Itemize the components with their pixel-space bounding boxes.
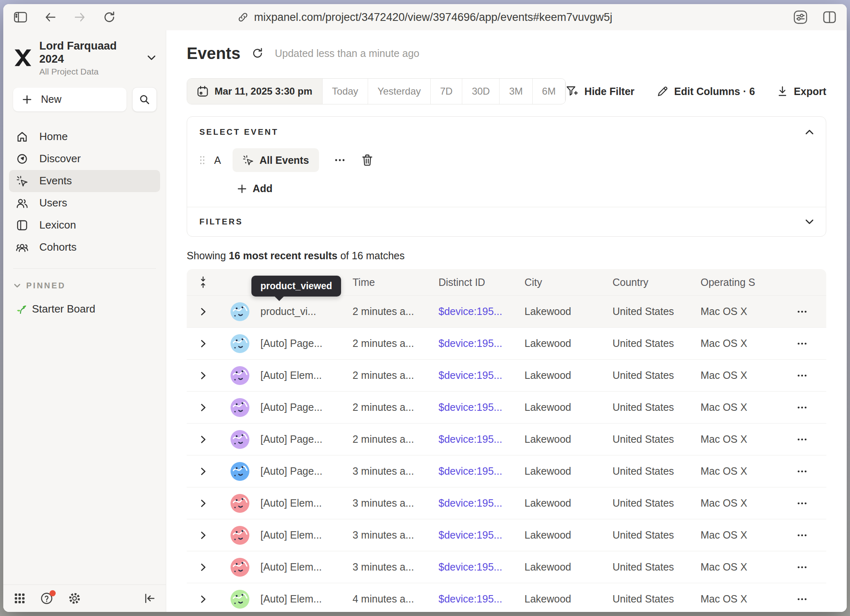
preset-yesterday[interactable]: Yesterday: [368, 79, 430, 104]
ellipsis-icon[interactable]: [335, 159, 345, 162]
expand-row-icon[interactable]: [201, 403, 206, 412]
add-event-button[interactable]: Add: [237, 183, 814, 195]
row-menu-button[interactable]: [797, 470, 807, 473]
column-header-country[interactable]: Country: [613, 276, 701, 288]
event-name-cell[interactable]: product_vi...: [260, 306, 353, 317]
chevron-up-icon[interactable]: [805, 129, 814, 135]
row-menu-button[interactable]: [797, 598, 807, 601]
expand-row-icon[interactable]: [201, 467, 206, 476]
reload-icon[interactable]: [103, 11, 115, 23]
column-header-distinct-id[interactable]: Distinct ID: [439, 276, 524, 288]
event-name-cell[interactable]: [Auto] Elem...: [260, 529, 353, 541]
sidebar-toggle-icon[interactable]: [14, 12, 27, 23]
row-menu-button[interactable]: [797, 342, 807, 345]
event-name-cell[interactable]: [Auto] Elem...: [260, 497, 353, 509]
chevron-down-icon[interactable]: [805, 219, 814, 224]
sidebar-item-starter-board[interactable]: Starter Board: [3, 290, 166, 315]
distinct-id-link[interactable]: $device:195...: [439, 465, 524, 477]
sliders-icon[interactable]: [793, 10, 807, 24]
refresh-icon[interactable]: [252, 48, 263, 59]
pinned-section-toggle[interactable]: PINNED: [3, 269, 166, 290]
sidebar-item-home[interactable]: Home: [9, 126, 160, 148]
split-view-icon[interactable]: [823, 11, 836, 23]
event-name-cell[interactable]: [Auto] Page...: [260, 433, 353, 445]
column-header-city[interactable]: City: [524, 276, 613, 288]
grid-icon[interactable]: [14, 593, 25, 604]
preset-7d[interactable]: 7D: [430, 79, 462, 104]
os-cell: Mac OS X: [701, 465, 784, 477]
table-row[interactable]: [Auto] Elem... 3 minutes a... $device:19…: [187, 487, 826, 519]
distinct-id-link[interactable]: $device:195...: [439, 529, 524, 541]
updated-status: Updated less than a minute ago: [275, 48, 419, 59]
row-menu-button[interactable]: [797, 502, 807, 505]
edit-columns-button[interactable]: Edit Columns · 6: [657, 86, 755, 97]
sidebar-item-lexicon[interactable]: Lexicon: [9, 214, 160, 236]
row-menu-button[interactable]: [797, 310, 807, 313]
sidebar-item-events[interactable]: Events: [9, 170, 160, 192]
sidebar-item-discover[interactable]: Discover: [9, 148, 160, 170]
collapse-rows-icon[interactable]: [199, 276, 207, 288]
expand-row-icon[interactable]: [201, 340, 206, 348]
table-row[interactable]: [Auto] Page... 3 minutes a... $device:19…: [187, 455, 826, 487]
row-menu-button[interactable]: [797, 406, 807, 409]
event-name-cell[interactable]: [Auto] Elem...: [260, 593, 353, 605]
new-button[interactable]: New: [13, 88, 127, 111]
distinct-id-link[interactable]: $device:195...: [439, 561, 524, 573]
expand-row-icon[interactable]: [201, 371, 206, 380]
preset-6m[interactable]: 6M: [532, 79, 565, 104]
os-cell: Mac OS X: [701, 593, 784, 605]
help-icon[interactable]: [40, 592, 53, 605]
distinct-id-link[interactable]: $device:195...: [439, 433, 524, 445]
hide-filter-button[interactable]: Hide Filter: [566, 85, 634, 97]
distinct-id-link[interactable]: $device:195...: [439, 337, 524, 349]
event-name-cell[interactable]: [Auto] Page...: [260, 465, 353, 477]
expand-row-icon[interactable]: [201, 435, 206, 444]
preset-today[interactable]: Today: [322, 79, 368, 104]
column-header-os[interactable]: Operating S: [701, 276, 784, 288]
expand-row-icon[interactable]: [201, 595, 206, 603]
distinct-id-link[interactable]: $device:195...: [439, 369, 524, 381]
table-row[interactable]: [Auto] Page... 2 minutes a... $device:19…: [187, 423, 826, 455]
table-row[interactable]: [Auto] Page... 2 minutes a... $device:19…: [187, 391, 826, 423]
distinct-id-link[interactable]: $device:195...: [439, 306, 524, 317]
collapse-left-icon[interactable]: [144, 593, 155, 604]
table-row[interactable]: [Auto] Page... 2 minutes a... $device:19…: [187, 327, 826, 359]
back-icon[interactable]: [44, 12, 57, 23]
event-selector-chip[interactable]: All Events: [233, 148, 319, 172]
city-cell: Lakewood: [524, 401, 613, 413]
search-button[interactable]: [132, 87, 157, 112]
address-bar[interactable]: mixpanel.com/project/3472420/view/397469…: [237, 4, 612, 30]
drag-handle-icon[interactable]: [199, 155, 205, 165]
trash-icon[interactable]: [362, 154, 373, 166]
event-name-cell[interactable]: [Auto] Page...: [260, 401, 353, 413]
row-menu-button[interactable]: [797, 534, 807, 537]
preset-3m[interactable]: 3M: [499, 79, 532, 104]
date-picker-button[interactable]: Mar 11, 2025 3:30 pm: [187, 79, 322, 104]
expand-row-icon[interactable]: [201, 563, 206, 571]
row-menu-button[interactable]: [797, 438, 807, 441]
distinct-id-link[interactable]: $device:195...: [439, 593, 524, 605]
distinct-id-link[interactable]: $device:195...: [439, 497, 524, 509]
sidebar-item-cohorts[interactable]: Cohorts: [9, 236, 160, 258]
table-row[interactable]: [Auto] Elem... 3 minutes a... $device:19…: [187, 519, 826, 551]
event-name-cell[interactable]: [Auto] Elem...: [260, 369, 353, 381]
event-name-cell[interactable]: [Auto] Page...: [260, 337, 353, 349]
country-cell: United States: [613, 337, 701, 349]
workspace-switcher[interactable]: Lord Farquaad 2024 All Project Data: [3, 30, 166, 80]
expand-row-icon[interactable]: [201, 531, 206, 539]
distinct-id-link[interactable]: $device:195...: [439, 401, 524, 413]
table-row[interactable]: [Auto] Elem... 2 minutes a... $device:19…: [187, 359, 826, 391]
expand-row-icon[interactable]: [201, 308, 206, 316]
table-row[interactable]: [Auto] Elem... 4 minutes a... $device:19…: [187, 583, 826, 612]
forward-icon[interactable]: [74, 12, 86, 23]
expand-row-icon[interactable]: [201, 499, 206, 507]
row-menu-button[interactable]: [797, 374, 807, 377]
export-button[interactable]: Export: [777, 86, 826, 97]
table-row[interactable]: [Auto] Elem... 3 minutes a... $device:19…: [187, 551, 826, 583]
event-name-cell[interactable]: [Auto] Elem...: [260, 561, 353, 573]
row-menu-button[interactable]: [797, 566, 807, 569]
sidebar-item-users[interactable]: Users: [9, 192, 160, 214]
gear-icon[interactable]: [68, 592, 81, 605]
preset-30d[interactable]: 30D: [462, 79, 499, 104]
column-header-time[interactable]: Time: [353, 276, 439, 288]
